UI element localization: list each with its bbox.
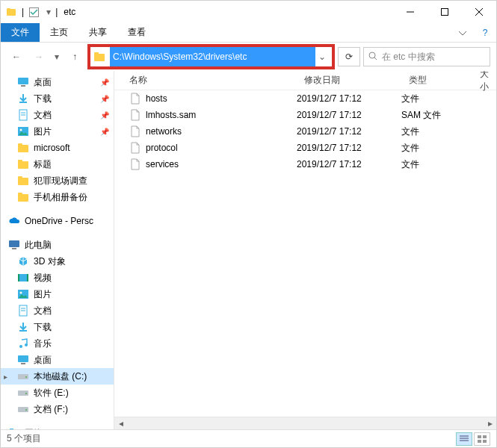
folder-icon — [17, 191, 29, 203]
nav-label: OneDrive - Persc — [25, 216, 93, 226]
file-row[interactable]: lmhosts.sam2019/12/7 17:12SAM 文件 — [114, 107, 496, 123]
file-list[interactable]: hosts2019/12/7 17:12文件lmhosts.sam2019/12… — [114, 90, 496, 417]
file-row[interactable]: networks2019/12/7 17:12文件 — [114, 123, 496, 140]
nav-quick-item[interactable]: microsoft — [1, 140, 114, 156]
nav-pc-item[interactable]: 图片 — [1, 286, 114, 302]
forward-button[interactable]: → — [29, 47, 49, 66]
file-name: protocol — [146, 143, 178, 153]
svg-rect-12 — [21, 85, 25, 87]
titlebar: | ▾ | etc — [1, 1, 496, 23]
svg-rect-41 — [21, 363, 25, 364]
scroll-left-button[interactable]: ◂ — [114, 417, 127, 430]
address-dropdown-button[interactable]: ⌄ — [315, 47, 329, 66]
nav-pc-item[interactable]: 音乐 — [1, 335, 114, 352]
nav-quick-item[interactable]: 桌面📌 — [1, 74, 114, 90]
file-row[interactable]: protocol2019/12/7 17:12文件 — [114, 140, 496, 156]
svg-rect-27 — [9, 240, 19, 247]
nav-pc-item[interactable]: 桌面 — [1, 352, 114, 368]
svg-point-43 — [25, 376, 27, 378]
view-details-button[interactable] — [456, 432, 472, 446]
help-button[interactable]: ? — [474, 23, 496, 42]
tab-home[interactable]: 主页 — [40, 23, 78, 42]
back-button[interactable]: ← — [7, 47, 26, 66]
music-icon — [17, 337, 29, 349]
nav-pc-item[interactable]: 文档 (F:) — [1, 401, 114, 417]
nav-label: 3D 对象 — [34, 255, 66, 268]
onedrive-icon — [8, 215, 20, 227]
nav-pc-item[interactable]: 3D 对象 — [1, 253, 114, 270]
svg-rect-29 — [18, 274, 28, 281]
svg-rect-53 — [478, 435, 481, 438]
thispc-icon — [8, 239, 20, 251]
col-name[interactable]: 名称 — [114, 74, 297, 87]
nav-pc-item[interactable]: 视频 — [1, 270, 114, 286]
address-input[interactable] — [110, 47, 315, 66]
col-type[interactable]: 类型 — [401, 74, 472, 87]
chevron-icon[interactable]: ▸ — [4, 429, 13, 430]
file-date: 2019/12/7 17:12 — [297, 110, 401, 120]
nav-label: 犯罪现场调查 — [34, 175, 87, 187]
nav-quick-item[interactable]: 犯罪现场调查 — [1, 172, 114, 189]
tab-share[interactable]: 共享 — [78, 23, 117, 42]
file-date: 2019/12/7 17:12 — [297, 143, 401, 153]
nav-quick-item[interactable]: 下载📌 — [1, 90, 114, 107]
qat-checkbox[interactable] — [25, 4, 42, 20]
nav-quick-item[interactable]: 图片📌 — [1, 123, 114, 140]
nav-label: 文档 — [34, 305, 52, 317]
svg-line-10 — [374, 57, 377, 60]
scroll-right-button[interactable]: ▸ — [484, 417, 496, 430]
nav-pc-item[interactable]: ▸本地磁盘 (C:) — [1, 368, 114, 385]
tab-view[interactable]: 查看 — [117, 23, 156, 42]
svg-rect-55 — [478, 440, 481, 443]
close-button[interactable] — [462, 1, 496, 23]
nav-label: 网络 — [25, 427, 43, 430]
nav-quick-item[interactable]: 标题 — [1, 156, 114, 172]
recent-locations-button[interactable]: ▾ — [52, 47, 62, 66]
nav-onedrive[interactable]: OneDrive - Persc — [1, 213, 114, 229]
file-row[interactable]: hosts2019/12/7 17:12文件 — [114, 90, 496, 107]
nav-pc-item[interactable]: 下载 — [1, 319, 114, 335]
horizontal-scrollbar[interactable]: ◂ ▸ — [114, 417, 496, 429]
minimize-button[interactable] — [393, 1, 427, 23]
file-row[interactable]: services2019/12/7 17:12文件 — [114, 156, 496, 172]
drive-icon — [17, 370, 29, 382]
file-icon — [129, 93, 141, 105]
chevron-icon[interactable]: ▸ — [4, 373, 13, 381]
refresh-button[interactable]: ⟳ — [338, 47, 360, 66]
maximize-button[interactable] — [427, 1, 462, 23]
ribbon-collapse-button[interactable] — [451, 23, 474, 42]
file-date: 2019/12/7 17:12 — [297, 126, 401, 137]
svg-rect-20 — [18, 143, 22, 146]
nav-label: 软件 (E:) — [34, 387, 69, 399]
search-input[interactable]: 在 etc 中搜索 — [363, 47, 490, 66]
qat-dropdown[interactable]: ▾ — [43, 4, 54, 20]
nav-label: 本地磁盘 (C:) — [34, 370, 87, 383]
nav-thispc[interactable]: 此电脑 — [1, 237, 114, 253]
nav-pane[interactable]: 桌面📌下载📌文档📌图片📌microsoft标题犯罪现场调查手机相册备份OneDr… — [1, 71, 114, 429]
folder-icon — [17, 158, 29, 170]
nav-label: 下载 — [34, 321, 52, 334]
file-icon — [129, 158, 141, 170]
doc-icon — [17, 305, 29, 317]
title-sep2: | — [55, 7, 58, 17]
nav-network[interactable]: ▸网络 — [1, 425, 114, 429]
nav-quick-item[interactable]: 手机相册备份 — [1, 189, 114, 205]
svg-rect-46 — [18, 407, 28, 412]
nav-pc-item[interactable]: 软件 (E:) — [1, 385, 114, 401]
nav-pc-item[interactable]: 文档 — [1, 302, 114, 319]
nav-label: 图片 — [34, 288, 52, 301]
svg-rect-54 — [483, 435, 487, 438]
file-name: networks — [146, 126, 182, 137]
svg-rect-4 — [442, 9, 448, 16]
up-button[interactable]: ↑ — [65, 47, 84, 66]
svg-point-39 — [25, 343, 28, 346]
scroll-track[interactable] — [127, 417, 484, 429]
file-name: services — [146, 159, 179, 169]
tab-file[interactable]: 文件 — [1, 23, 40, 42]
view-thumbnails-button[interactable] — [474, 432, 490, 446]
col-date[interactable]: 修改日期 — [297, 74, 401, 87]
nav-quick-item[interactable]: 文档📌 — [1, 107, 114, 123]
nav-label: 此电脑 — [25, 239, 52, 252]
file-name: hosts — [146, 93, 167, 104]
file-date: 2019/12/7 17:12 — [297, 93, 401, 104]
